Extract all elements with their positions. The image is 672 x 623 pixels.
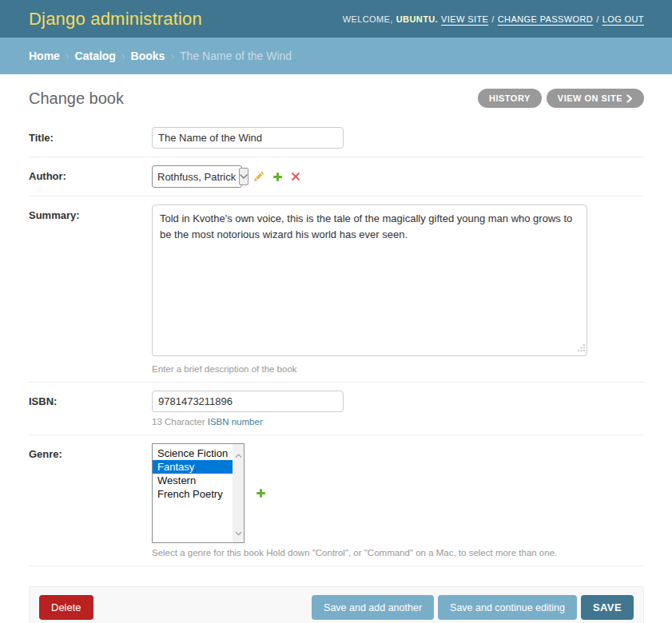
summary-label: Summary: bbox=[29, 204, 152, 374]
breadcrumb-separator: › bbox=[121, 50, 125, 62]
user-tools-separator: / bbox=[491, 14, 494, 24]
user-tools: WELCOME, UBUNTU. VIEW SITE / CHANGE PASS… bbox=[343, 14, 644, 24]
breadcrumb-separator: › bbox=[66, 50, 70, 62]
genre-option[interactable]: Fantasy bbox=[153, 460, 233, 474]
content-area: Change book HISTORY VIEW ON SITE Title: … bbox=[0, 89, 672, 623]
genre-multiselect[interactable]: Science Fiction Fantasy Western French P… bbox=[152, 443, 245, 543]
page-title: Change book bbox=[29, 89, 124, 108]
genre-scrollbar[interactable] bbox=[233, 444, 244, 542]
breadcrumb-books[interactable]: Books bbox=[131, 50, 165, 62]
breadcrumb-catalog[interactable]: Catalog bbox=[75, 50, 116, 62]
summary-textarea[interactable]: Told in Kvothe's own voice, this is the … bbox=[152, 204, 587, 356]
breadcrumb-separator: › bbox=[170, 50, 174, 62]
admin-header: Django administration WELCOME, UBUNTU. V… bbox=[0, 0, 672, 38]
chevron-up-icon[interactable] bbox=[235, 447, 242, 462]
genre-label: Genre: bbox=[29, 443, 152, 558]
save-and-add-another-button[interactable]: Save and add another bbox=[312, 595, 434, 620]
chevron-right-icon bbox=[626, 94, 633, 103]
history-button-label: HISTORY bbox=[489, 93, 531, 103]
author-selected-value: Rothfuss, Patrick bbox=[154, 171, 239, 183]
chevron-down-icon[interactable] bbox=[239, 168, 249, 185]
genre-option[interactable]: Science Fiction bbox=[153, 446, 233, 460]
welcome-text: WELCOME, bbox=[343, 14, 393, 24]
form-row-genre: Genre: Science Fiction Fantasy Western F… bbox=[29, 435, 644, 566]
isbn-help-prefix: 13 Character bbox=[152, 417, 208, 427]
isbn-label: ISBN: bbox=[29, 391, 152, 427]
title-label: Title: bbox=[29, 127, 152, 149]
view-on-site-label: VIEW ON SITE bbox=[558, 93, 622, 103]
title-input[interactable] bbox=[152, 127, 344, 149]
isbn-number-link[interactable]: ISBN number bbox=[208, 417, 263, 427]
log-out-link[interactable]: LOG OUT bbox=[602, 14, 644, 24]
summary-help-text: Enter a brief description of the book bbox=[152, 364, 644, 374]
breadcrumb-home[interactable]: Home bbox=[29, 50, 60, 62]
delete-author-cross-icon[interactable] bbox=[291, 172, 300, 181]
object-tools: HISTORY VIEW ON SITE bbox=[478, 89, 644, 108]
isbn-input[interactable] bbox=[152, 391, 344, 412]
history-button[interactable]: HISTORY bbox=[478, 89, 542, 108]
breadcrumb: Home › Catalog › Books › The Name of the… bbox=[0, 38, 672, 74]
submit-row: Delete Save and add another Save and con… bbox=[29, 586, 644, 623]
chevron-down-icon[interactable] bbox=[235, 525, 242, 539]
add-genre-plus-icon[interactable] bbox=[256, 488, 266, 498]
save-and-continue-editing-button[interactable]: Save and continue editing bbox=[438, 595, 577, 620]
edit-author-pencil-icon[interactable] bbox=[253, 171, 264, 182]
form-row-title: Title: bbox=[29, 119, 644, 157]
form-row-isbn: ISBN: 13 Character ISBN number bbox=[29, 383, 644, 435]
isbn-help-text: 13 Character ISBN number bbox=[152, 417, 644, 427]
user-tools-separator: / bbox=[596, 14, 598, 24]
genre-help-text: Select a genre for this book Hold down "… bbox=[152, 548, 644, 558]
add-author-plus-icon[interactable] bbox=[272, 172, 283, 182]
genre-option[interactable]: French Poetry bbox=[153, 487, 233, 501]
genre-option[interactable]: Western bbox=[153, 474, 233, 487]
change-book-form: Title: Author: Rothfuss, Patrick bbox=[29, 119, 644, 623]
view-site-link[interactable]: VIEW SITE bbox=[441, 14, 488, 24]
username: UBUNTU. bbox=[396, 14, 438, 24]
save-button[interactable]: SAVE bbox=[581, 595, 634, 620]
author-label: Author: bbox=[29, 165, 152, 188]
delete-button[interactable]: Delete bbox=[39, 595, 93, 620]
breadcrumb-current: The Name of the Wind bbox=[180, 50, 292, 62]
view-on-site-button[interactable]: VIEW ON SITE bbox=[547, 89, 644, 108]
form-row-summary: Summary: Told in Kvothe's own voice, thi… bbox=[29, 196, 644, 383]
change-password-link[interactable]: CHANGE PASSWORD bbox=[498, 14, 593, 24]
form-row-author: Author: Rothfuss, Patrick bbox=[29, 157, 644, 196]
author-select[interactable]: Rothfuss, Patrick bbox=[152, 165, 242, 188]
site-branding-link[interactable]: Django administration bbox=[29, 9, 202, 30]
